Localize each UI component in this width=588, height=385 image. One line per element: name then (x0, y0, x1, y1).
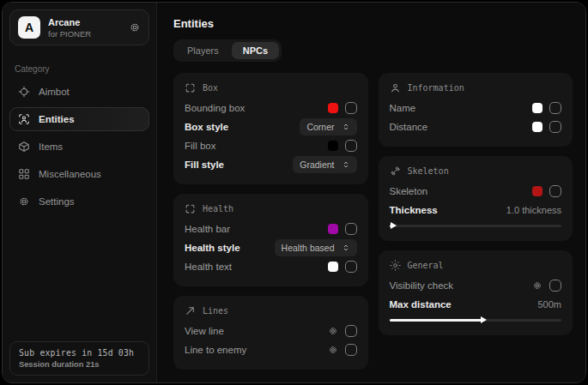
checkbox[interactable] (345, 102, 357, 114)
setting-row: Health text (185, 257, 357, 276)
checkbox[interactable] (345, 140, 357, 152)
entity-type-tabs: Players NPCs (173, 39, 282, 62)
sidebar-item-label: Aimbot (39, 87, 70, 97)
row-settings-gear-icon[interactable] (328, 326, 338, 336)
setting-label: Line to enemy (185, 345, 246, 355)
slider-handle[interactable] (391, 222, 397, 229)
setting-label: Health style (185, 243, 240, 253)
setting-label: Visibility check (390, 280, 454, 291)
setting-label: Skeleton (390, 186, 428, 196)
setting-row: Health style Health based (185, 238, 357, 257)
setting-row: Thickness 1.0 thickness (390, 201, 562, 220)
color-swatch[interactable] (532, 103, 543, 113)
card-title: Information (408, 83, 464, 93)
gear-icon[interactable] (129, 21, 141, 33)
setting-row: Fill box (185, 136, 357, 155)
sidebar-item-settings[interactable]: Settings (9, 189, 149, 214)
sun-icon (390, 260, 401, 271)
sidebar-item-entities[interactable]: Entities (9, 107, 149, 131)
slider-handle[interactable] (481, 316, 487, 323)
setting-row: Fill style Gradient (185, 155, 357, 174)
settings-grid: Box Bounding box Box style Corner (173, 73, 573, 370)
row-settings-gear-icon[interactable] (328, 345, 338, 355)
gear-icon (18, 196, 30, 208)
skeleton-card: Skeleton Skeleton Thickness 1.0 thicknes… (379, 156, 573, 241)
sidebar-nav: Aimbot Entities Items (3, 80, 156, 214)
information-card-header: Information (390, 82, 562, 93)
color-swatch[interactable] (532, 186, 543, 196)
left-column: Box Bounding box Box style Corner (173, 73, 368, 370)
brand-card: A Arcane for PIONER (9, 9, 149, 45)
checkbox[interactable] (549, 280, 561, 292)
health-card: Health Health bar Health style Health ba… (173, 194, 368, 286)
setting-row: Distance (390, 117, 562, 136)
checkbox[interactable] (549, 185, 561, 197)
slider-fill (390, 319, 482, 322)
checkbox[interactable] (549, 121, 561, 133)
slider-track (390, 225, 562, 227)
information-card: Information Name Distance (379, 73, 573, 147)
slider-value: 500m (537, 299, 561, 310)
checkbox[interactable] (345, 261, 357, 273)
sidebar-item-label: Entities (39, 114, 75, 124)
card-title: General (408, 261, 444, 270)
color-swatch[interactable] (328, 224, 338, 234)
setting-row: Box style Corner (185, 117, 357, 136)
brand-logo: A (18, 16, 40, 39)
entity-scan-icon (18, 113, 30, 125)
lines-card-header: Lines (185, 305, 357, 316)
setting-label: Fill style (185, 159, 224, 170)
setting-label: Max distance (390, 299, 452, 310)
setting-row: Bounding box (185, 99, 357, 117)
general-card-header: General (390, 260, 562, 271)
skeleton-card-header: Skeleton (390, 165, 562, 177)
thickness-slider[interactable] (390, 221, 562, 231)
brand-text: Arcane for PIONER (48, 17, 91, 39)
tab-npcs[interactable]: NPCs (232, 42, 279, 59)
checkbox[interactable] (345, 344, 357, 356)
setting-label: Fill box (185, 141, 215, 151)
color-swatch[interactable] (328, 262, 338, 272)
app-window: A Arcane for PIONER Category Aim (2, 2, 586, 383)
health-style-dropdown[interactable]: Health based (275, 239, 357, 256)
max-distance-slider[interactable] (390, 316, 562, 325)
session-duration-text: Session duration 21s (19, 360, 140, 369)
tab-players[interactable]: Players (176, 42, 230, 59)
setting-label: Name (390, 103, 416, 113)
checkbox[interactable] (345, 325, 357, 337)
corner-box-icon (185, 203, 196, 214)
checkbox[interactable] (345, 223, 357, 235)
setting-label: Distance (390, 122, 428, 132)
setting-row: Name (390, 99, 562, 117)
sidebar-item-label: Miscellaneous (39, 169, 101, 179)
crosshair-icon (18, 86, 30, 98)
sidebar-item-miscellaneous[interactable]: Miscellaneous (9, 162, 149, 186)
checkbox[interactable] (549, 102, 561, 114)
sidebar: A Arcane for PIONER Category Aim (3, 3, 157, 382)
unfold-icon (342, 160, 350, 169)
card-title: Skeleton (408, 166, 449, 176)
setting-row: Max distance 500m (390, 295, 562, 314)
sidebar-item-aimbot[interactable]: Aimbot (9, 80, 149, 104)
card-title: Lines (203, 306, 228, 316)
color-swatch[interactable] (328, 103, 338, 113)
box-style-dropdown[interactable]: Corner (300, 118, 356, 135)
lines-card: Lines View line (173, 296, 368, 370)
setting-label: Health bar (185, 224, 230, 234)
fill-style-dropdown[interactable]: Gradient (293, 156, 356, 173)
setting-label: Thickness (390, 205, 438, 215)
unfold-icon (342, 123, 350, 131)
setting-row: Line to enemy (185, 340, 357, 359)
setting-row: Visibility check (390, 276, 562, 295)
color-swatch[interactable] (328, 141, 338, 151)
brand-title: Arcane (48, 17, 91, 27)
color-swatch[interactable] (532, 122, 543, 132)
row-settings-gear-icon[interactable] (532, 280, 543, 291)
setting-row: Health bar (185, 220, 357, 238)
dropdown-value: Gradient (300, 159, 334, 170)
setting-label: Bounding box (185, 103, 245, 113)
sidebar-item-label: Items (39, 141, 63, 152)
box-card: Box Bounding box Box style Corner (173, 73, 368, 184)
subscription-status-card: Sub expires in 15d 03h Session duration … (9, 341, 149, 376)
sidebar-item-items[interactable]: Items (9, 135, 149, 159)
